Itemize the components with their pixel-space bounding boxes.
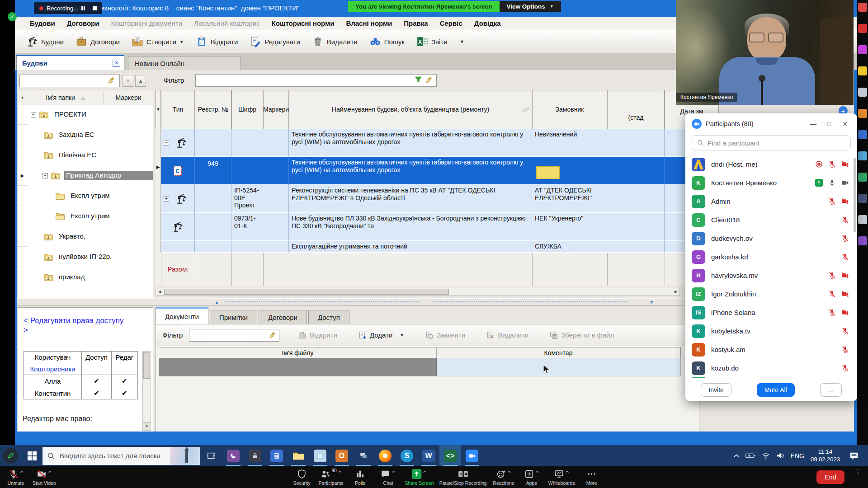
participant-row[interactable]: Kkozub.do	[685, 359, 857, 377]
doc-tab-доступ[interactable]: Доступ	[308, 310, 349, 324]
tree-item-9[interactable]: приклад	[18, 267, 153, 287]
construction-row-5[interactable]: Експлуатаційне утримання та поточнийСЛУЖ…	[156, 241, 719, 253]
collapse-box-icon[interactable]: −	[31, 112, 36, 117]
construction-row-1[interactable]: −Технічне обслуговування автоматичних пу…	[156, 129, 719, 157]
menu-item-7[interactable]: Правка	[398, 19, 434, 27]
start-button[interactable]	[22, 445, 42, 466]
participant-row[interactable]: Ddudkevych.ov	[685, 229, 857, 248]
toolbar-будови[interactable]: Будови	[20, 33, 70, 50]
cell-markers[interactable]	[263, 241, 289, 253]
edit-check[interactable]	[111, 363, 137, 375]
more-vertical-icon[interactable]: ⋮	[855, 468, 862, 475]
participants-scrollbar[interactable]	[854, 158, 856, 232]
dock-app-icon[interactable]	[858, 236, 867, 245]
mute-all-button[interactable]: Mute All	[757, 383, 795, 397]
toolbar-створити[interactable]: Створити▼	[126, 33, 190, 50]
menu-item-1[interactable]: Будови	[24, 19, 61, 27]
participant-row[interactable]: Hhavrylovska.mv	[685, 266, 857, 285]
chevron-up-icon[interactable]	[535, 470, 539, 474]
maximize-icon[interactable]: □	[823, 120, 835, 127]
tab-novyny-online[interactable]: Новини Онлайн	[128, 56, 241, 70]
cell-stage[interactable]	[607, 185, 665, 213]
dock-app-icon[interactable]	[858, 173, 867, 182]
dropdown-caret-icon[interactable]: ▼	[400, 333, 404, 338]
end-meeting-button[interactable]: End	[816, 470, 844, 484]
zoom-share-screen-button[interactable]: Share Screen	[402, 466, 436, 488]
toolbar-пошук[interactable]: Пошук	[363, 33, 410, 50]
annotation-pen-icon[interactable]	[3, 448, 18, 464]
dock-app-icon[interactable]	[858, 45, 867, 54]
taskbar-app-word[interactable]: W	[418, 445, 439, 466]
access-scrollbar[interactable]: ▼	[142, 351, 151, 431]
doc-tab-документи[interactable]: Документи	[156, 307, 208, 324]
chevron-up-icon[interactable]	[20, 470, 24, 474]
menu-item-6[interactable]: Власні норми	[340, 19, 398, 27]
dock-app-icon[interactable]	[858, 3, 867, 12]
access-check[interactable]: ✔	[82, 387, 112, 399]
dock-app-icon[interactable]	[858, 109, 867, 118]
tree-item-8[interactable]: нулйовки ІП-22р.	[18, 247, 153, 267]
doc-filter-input[interactable]	[189, 329, 279, 342]
tree-item-5[interactable]: Експл утрим	[18, 186, 153, 206]
tree-item-7[interactable]: Укравто,	[18, 226, 153, 247]
scroll-down-icon[interactable]: ▼	[143, 422, 151, 430]
tree-item-3[interactable]: Північна ЕС	[18, 145, 153, 165]
access-check[interactable]: ✔	[82, 375, 112, 387]
clock[interactable]: 11:14 09.02.2023	[811, 448, 840, 463]
doc-tab-примітки[interactable]: Примітки	[210, 310, 257, 324]
language-indicator[interactable]: ENG	[791, 452, 804, 460]
chevron-up-icon[interactable]	[507, 470, 511, 474]
cell-name[interactable]: Нове будівництво ПЛ 330 кВ Західноукраїн…	[289, 213, 532, 241]
chevron-up-icon[interactable]	[392, 470, 396, 474]
clear-filter-broom-icon[interactable]	[269, 331, 277, 339]
col-header-Шифр[interactable]: Шифр	[231, 90, 263, 129]
zoom-apps-button[interactable]: Apps	[518, 466, 546, 488]
dock-app-icon[interactable]	[858, 215, 867, 224]
filter-funnel-icon[interactable]	[414, 75, 423, 84]
access-user[interactable]: Кошторисники	[24, 363, 82, 375]
dropdown-caret-icon[interactable]: ▼	[179, 39, 184, 44]
cell-reg-no[interactable]	[195, 185, 231, 213]
wifi-icon[interactable]	[762, 452, 770, 459]
taskbar-app-viber[interactable]	[222, 445, 244, 466]
cell-name[interactable]: Технічне обслуговування автоматичних пун…	[289, 157, 532, 185]
cell-code[interactable]	[231, 129, 263, 157]
cell-code[interactable]: ІП-5254-00Е Проект	[231, 185, 263, 213]
zoom-unmute-button[interactable]: Unmute	[2, 466, 30, 488]
menu-item-2[interactable]: Договори	[61, 19, 105, 27]
participant-row[interactable]	[685, 377, 857, 378]
chevron-up-icon[interactable]	[566, 470, 569, 474]
cell-stage[interactable]	[607, 157, 665, 185]
toolbar-overflow-icon[interactable]: ▼	[460, 39, 465, 44]
cell-type[interactable]: +	[161, 185, 195, 213]
stop-recording-icon[interactable]	[93, 6, 97, 10]
pause-recording-icon[interactable]	[81, 4, 86, 12]
cell-reg-no[interactable]	[195, 241, 231, 253]
cell-code[interactable]	[231, 157, 263, 185]
tree-col-markers[interactable]: Маркери	[104, 91, 153, 104]
splitter-up-icon[interactable]: ▲	[215, 300, 219, 305]
taskbar-search[interactable]: Введите здесь текст для поиска	[42, 447, 200, 465]
files-cell-name[interactable]	[159, 358, 437, 376]
zoom-pause-stop-recording-button[interactable]: Pause/Stop Recording	[437, 466, 490, 488]
tree-filter-input[interactable]	[19, 75, 120, 87]
dock-app-icon[interactable]	[858, 194, 867, 203]
filter-up-button[interactable]: ▲	[135, 75, 146, 87]
taskbar-app-glass[interactable]	[309, 445, 331, 466]
cell-reg-no[interactable]	[195, 129, 231, 157]
cell-type[interactable]: C	[161, 157, 195, 185]
toolbar-видалити[interactable]: Видалити	[306, 33, 363, 50]
speaker-icon[interactable]	[776, 452, 784, 459]
tree-col-folder-name[interactable]: Ім'я папки △	[27, 91, 104, 104]
tree-corner-cell[interactable]: ▼	[18, 91, 27, 104]
tray-chevron-up-icon[interactable]	[734, 454, 739, 458]
find-participant-input[interactable]	[708, 139, 846, 147]
expand-box-icon[interactable]: +	[164, 196, 169, 202]
taskbar-app-firefox[interactable]	[374, 445, 396, 466]
access-check[interactable]	[82, 363, 112, 375]
notifications-icon[interactable]	[846, 452, 862, 460]
taskbar-app-remote-desktop[interactable]	[353, 445, 374, 466]
cell-name[interactable]: Експлуатаційне утримання та поточний	[289, 241, 532, 253]
menu-item-4[interactable]: Локальний кошторис	[188, 19, 266, 27]
splitter-down-icon[interactable]: ▼	[650, 300, 654, 305]
